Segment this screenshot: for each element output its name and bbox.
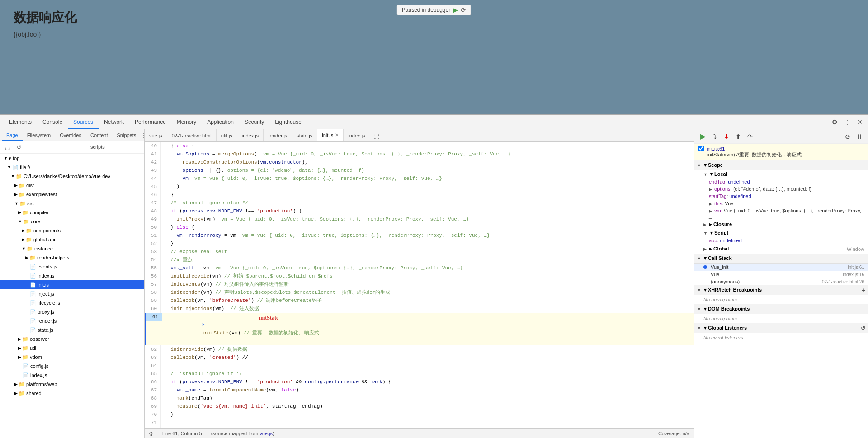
tree-index-js[interactable]: 📄 index.js xyxy=(0,271,144,280)
refresh-listeners-btn[interactable]: ↺ xyxy=(861,325,865,331)
tree-components-label: components xyxy=(33,228,61,233)
tab-application[interactable]: Application xyxy=(202,115,239,129)
step-icon[interactable]: ⟳ xyxy=(461,6,466,14)
vue-js-link[interactable]: vue.js xyxy=(259,431,273,436)
callstack-anonymous[interactable]: (anonymous) 02-1-reactive.html:26 xyxy=(694,278,868,285)
tree-file[interactable]: ▼ 📄 file:// xyxy=(0,163,144,172)
source-tab-vue-js[interactable]: vue.js xyxy=(145,129,167,142)
tree-platforms[interactable]: ▶ 📁 platforms/web xyxy=(0,380,144,389)
tab-overrides[interactable]: Overrides xyxy=(55,129,86,141)
expand-tabs-icon[interactable]: ⬚ xyxy=(372,131,381,140)
tab-console[interactable]: Console xyxy=(37,115,68,129)
source-tab-render-js[interactable]: render.js xyxy=(264,129,292,142)
more-icon[interactable]: ⋮ xyxy=(843,118,852,127)
tab-filesystem[interactable]: Filesystem xyxy=(23,129,56,141)
tree-top[interactable]: ▼ ▾ top xyxy=(0,154,144,163)
tree-lifecycle-js[interactable]: 📄 lifecycle.js xyxy=(0,298,144,307)
file-arrow: ▼ xyxy=(7,165,11,170)
settings-icon[interactable]: ⚙ xyxy=(830,118,839,127)
code-line-52: 52 } xyxy=(145,240,694,248)
tab-page[interactable]: Page xyxy=(2,129,23,141)
scope-section-header[interactable]: ▼ ▾ Scope xyxy=(694,160,868,170)
tree-init-js[interactable]: 📄 init.js xyxy=(0,280,144,289)
tree-desktop-path[interactable]: ▼ 📁 C:/Users/danke/Desktop/demo/vue-dev xyxy=(0,172,144,181)
closure-scope-header[interactable]: ▶ ▸ Closure xyxy=(694,221,868,228)
step-into-btn[interactable]: ⬇ xyxy=(722,132,731,141)
global-scope-header[interactable]: ▶ ▸ Global Window xyxy=(694,245,868,253)
source-tab-index-js[interactable]: index.js xyxy=(237,129,264,142)
close-init-tab[interactable]: ✕ xyxy=(335,129,339,141)
deactivate-breakpoints-btn[interactable]: ⊘ xyxy=(843,132,853,141)
tree-vdom-label: vdom xyxy=(30,354,42,360)
step-over-btn[interactable]: ⤵ xyxy=(710,132,720,141)
tree-core[interactable]: ▼ 📁 core xyxy=(0,217,144,226)
source-tab-util-js[interactable]: util.js xyxy=(217,129,237,142)
global-val: Window xyxy=(847,246,864,252)
tree-shared[interactable]: ▶ 📁 shared xyxy=(0,389,144,398)
bp-description: initState(vm) //重要: 数据的初始化，响应式 xyxy=(698,151,864,158)
file-tree-pane: Page Filesystem Overrides Content script… xyxy=(0,129,145,438)
tab-security[interactable]: Security xyxy=(239,115,269,129)
tree-render-helpers[interactable]: ▶ 📁 render-helpers xyxy=(0,253,144,262)
code-line-63: 63 callHook(vm, 'created') // xyxy=(145,353,694,362)
tab-performance[interactable]: Performance xyxy=(129,115,171,129)
vdom-arrow: ▶ xyxy=(18,355,21,359)
tab-lighthouse[interactable]: Lighthouse xyxy=(269,115,307,129)
callstack-section-header[interactable]: ▼ ▾ Call Stack xyxy=(694,254,868,264)
tree-observer[interactable]: ▶ 📁 observer xyxy=(0,334,144,344)
refresh-tree-icon[interactable]: ↺ xyxy=(14,143,24,152)
callstack-vue[interactable]: Vue index.js:16 xyxy=(694,271,868,278)
examples-folder-icon: 📁 xyxy=(19,192,25,198)
close-icon[interactable]: ✕ xyxy=(855,118,864,127)
tree-config-js[interactable]: 📄 config.js xyxy=(0,362,144,371)
more-options-icon[interactable]: ⋮ xyxy=(141,131,145,140)
tab-content-scripts[interactable]: Content scripts xyxy=(86,129,113,141)
platforms-arrow: ▶ xyxy=(14,382,18,386)
tab-snippets[interactable]: Snippets xyxy=(112,129,141,141)
dom-section-header[interactable]: ▼ ▾ DOM Breakpoints xyxy=(694,304,868,314)
tree-vdom[interactable]: ▶ 📁 vdom xyxy=(0,353,144,362)
tree-core-label: core xyxy=(31,219,40,224)
tree-proxy-js[interactable]: 📄 proxy.js xyxy=(0,307,144,316)
second-tabs: Page Filesystem Overrides Content script… xyxy=(0,129,144,141)
tree-src[interactable]: ▼ 📁 src xyxy=(0,199,144,208)
tree-components[interactable]: ▶ 📁 components xyxy=(0,226,144,235)
tab-network[interactable]: Network xyxy=(99,115,129,129)
tree-examples[interactable]: ▶ 📁 examples/test xyxy=(0,190,144,199)
xhr-section-header[interactable]: ▼ ▾ XHR/fetch Breakpoints + xyxy=(694,285,868,295)
script-scope-header[interactable]: ▼ ▾ Script xyxy=(694,229,868,237)
tree-global-api[interactable]: ▶ 📁 global-api xyxy=(0,235,144,244)
tree-shared-label: shared xyxy=(26,391,42,396)
add-xhr-btn[interactable]: + xyxy=(862,287,865,294)
resume-btn[interactable]: ▶ xyxy=(698,132,708,141)
code-line-71: 71 xyxy=(145,419,694,427)
tab-elements[interactable]: Elements xyxy=(4,115,37,129)
tree-instance[interactable]: ▼ 📁 instance xyxy=(0,244,144,253)
source-tab-reactive-html[interactable]: 02-1-reactive.html xyxy=(167,129,217,142)
tree-index-js2[interactable]: 📄 index.js xyxy=(0,371,144,380)
local-scope-header[interactable]: ▼ ▾ Local xyxy=(694,170,868,178)
tab-memory[interactable]: Memory xyxy=(171,115,202,129)
tree-events-js[interactable]: 📄 events.js xyxy=(0,262,144,271)
pause-on-exceptions-btn[interactable]: ⏸ xyxy=(854,132,864,141)
tree-inject-js[interactable]: 📄 inject.js xyxy=(0,289,144,298)
source-tab-state-js[interactable]: state.js xyxy=(292,129,317,142)
source-tab-init-js[interactable]: init.js ✕ xyxy=(317,129,344,142)
tree-util[interactable]: ▶ 📁 util xyxy=(0,344,144,353)
tree-state-js[interactable]: 📄 state.js xyxy=(0,325,144,334)
global-listeners-header[interactable]: ▼ ▾ Global Listeners ↺ xyxy=(694,323,868,333)
tree-render-js[interactable]: 📄 render.js xyxy=(0,316,144,325)
code-editor[interactable]: 40 } else { 41 vm.$options = mergeOption… xyxy=(145,142,694,428)
new-tab-icon[interactable]: ⬚ xyxy=(3,143,12,152)
step-out-btn[interactable]: ⬆ xyxy=(733,132,743,141)
step-btn[interactable]: ↷ xyxy=(745,132,755,141)
tree-compiler[interactable]: ▶ 📁 compiler xyxy=(0,208,144,217)
breakpoint-checkbox-init[interactable] xyxy=(698,146,704,151)
global-listeners-title: ▾ Global Listeners xyxy=(704,325,747,331)
tree-inject-js-label: inject.js xyxy=(38,291,54,297)
tab-sources[interactable]: Sources xyxy=(68,115,99,129)
tree-dist[interactable]: ▶ 📁 dist xyxy=(0,181,144,190)
source-tab-index-js2[interactable]: index.js xyxy=(344,129,370,142)
play-icon[interactable]: ▶ xyxy=(453,6,458,14)
callstack-vue-init[interactable]: Vue_init init.js:61 xyxy=(694,264,868,271)
